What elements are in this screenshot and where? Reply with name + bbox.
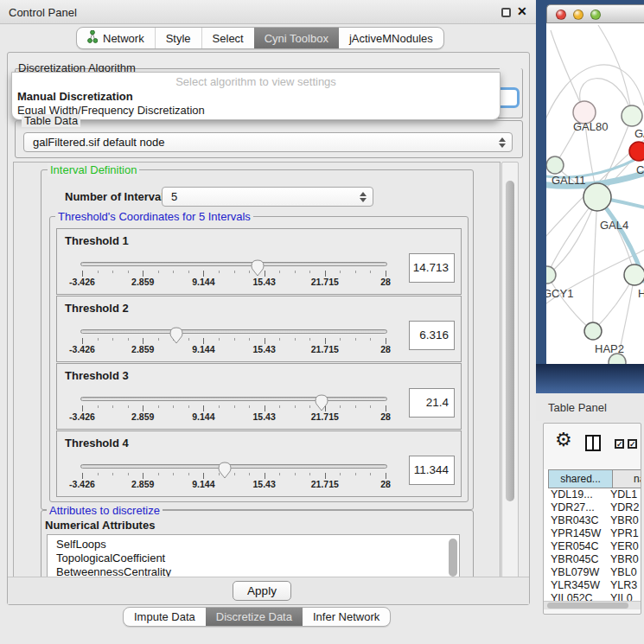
- slider-thumb-icon[interactable]: [218, 462, 232, 479]
- checkbox-icon[interactable]: ✓: [615, 439, 624, 449]
- slider-track[interactable]: [80, 329, 387, 334]
- table-row[interactable]: YER054CYER0: [544, 540, 641, 553]
- numerical-attributes-list[interactable]: SelfLoopsTopologicalCoefficientBetweenne…: [47, 534, 460, 578]
- table-data-combobox[interactable]: galFiltered.sif default node: [23, 132, 513, 152]
- float-window-icon[interactable]: [501, 8, 511, 17]
- table-row[interactable]: YPR145WYPR1: [544, 527, 641, 540]
- slider-thumb-icon[interactable]: [251, 259, 265, 277]
- slider-track[interactable]: [80, 262, 387, 266]
- threshold-row: Threshold 3 -3.4262.8599.14415.4321.7152…: [56, 363, 462, 430]
- network-node-label: HAP2: [595, 342, 624, 355]
- combo-stepper-icon: [360, 192, 367, 202]
- network-node-label: H: [638, 287, 644, 300]
- network-node-label: GCY1: [546, 287, 573, 300]
- network-node[interactable]: [624, 265, 644, 285]
- attributes-list-scrollbar[interactable]: [449, 539, 457, 577]
- threshold-label: Threshold 2: [65, 302, 129, 315]
- network-node[interactable]: [629, 142, 644, 161]
- thresholds-container: Threshold 1 -3.4262.8599.14415.4321.7152…: [49, 216, 469, 502]
- table-row[interactable]: YBR043CYBR0: [544, 514, 641, 527]
- slider-thumb-icon[interactable]: [315, 394, 328, 411]
- threshold-row: Threshold 1 -3.4262.8599.14415.4321.7152…: [56, 228, 462, 295]
- network-node[interactable]: [583, 183, 611, 211]
- table-row[interactable]: YDR27...YDR2: [544, 501, 641, 514]
- network-node[interactable]: [584, 322, 602, 340]
- network-icon: [87, 30, 98, 46]
- table-row[interactable]: YBR045CYBR0: [544, 553, 641, 566]
- number-of-intervals-combobox[interactable]: 5: [162, 187, 373, 207]
- threshold-label: Threshold 3: [65, 369, 129, 382]
- tab-impute-data[interactable]: Impute Data: [124, 608, 206, 626]
- threshold-slider[interactable]: -3.4262.8599.14415.4321.71528: [80, 322, 387, 359]
- scrollbar-thumb[interactable]: [547, 603, 628, 609]
- algorithm-dropdown-popup: Select algorithm to view settings Manual…: [11, 72, 501, 120]
- threshold-slider[interactable]: -3.4262.8599.14415.4321.71528: [80, 390, 387, 426]
- threshold-slider[interactable]: -3.4262.8599.14415.4321.71528: [80, 255, 387, 291]
- slider-track[interactable]: [80, 397, 387, 401]
- tab-jactivemnodules[interactable]: jActiveMNodules: [339, 28, 443, 48]
- network-node[interactable]: [622, 105, 642, 126]
- settings-scroll-area: Interval Definition Number of Intervals …: [13, 162, 501, 578]
- attributes-group-label: Attributes to discretize: [47, 504, 163, 517]
- tab-network[interactable]: Network: [77, 28, 155, 48]
- close-icon[interactable]: ✕: [517, 4, 527, 18]
- column-header-shared-name[interactable]: shared...: [548, 469, 613, 488]
- network-view-frame: GAL80GACGAL11GAL4GCY1HHAP2: [536, 0, 644, 393]
- table-panel: ⚙ ✓ ✓ shared... na YDL19...YDL1YDR27...Y…: [543, 423, 641, 615]
- table-panel-title: Table Panel: [548, 401, 607, 414]
- gear-icon[interactable]: ⚙: [555, 430, 572, 450]
- threshold-label: Threshold 4: [65, 437, 129, 450]
- table-panel-header: Table Panel: [536, 393, 644, 421]
- network-node-label: GAL11: [552, 174, 586, 187]
- table-rows: YDL19...YDL1YDR27...YDR2YBR043CYBR0YPR14…: [544, 488, 641, 601]
- split-view-icon[interactable]: [585, 435, 601, 451]
- attribute-list-item[interactable]: TopologicalCoefficient: [56, 552, 459, 565]
- cyni-toolbox-panel: Discretization Algorithm Select algorith…: [7, 52, 530, 605]
- slider-thumb-icon[interactable]: [169, 327, 183, 344]
- network-node-label: GAL4: [600, 219, 628, 232]
- tab-discretize-data[interactable]: Discretize Data: [206, 608, 303, 626]
- tab-cyni-toolbox[interactable]: Cyni Toolbox: [254, 28, 339, 48]
- threshold-slider[interactable]: -3.4262.8599.14415.4321.71528: [80, 457, 387, 494]
- zoom-traffic-light-icon[interactable]: [590, 10, 601, 20]
- table-row[interactable]: YIL052CYIL0: [544, 592, 641, 601]
- settings-vertical-scrollbar[interactable]: [501, 162, 519, 578]
- network-node-label: GAL80: [573, 120, 608, 133]
- minimize-traffic-light-icon[interactable]: [573, 10, 583, 20]
- top-tab-bar: Network Style Select Cyni Toolbox jActiv…: [76, 27, 444, 49]
- table-row[interactable]: YBL079WYBL0: [544, 566, 641, 579]
- table-column-headers: shared... na: [544, 469, 641, 488]
- attribute-list-item[interactable]: SelfLoops: [56, 538, 459, 552]
- network-node-label: GA: [634, 127, 644, 140]
- table-toolbar: ⚙ ✓ ✓: [544, 424, 641, 469]
- network-canvas[interactable]: GAL80GACGAL11GAL4GCY1HHAP2: [546, 23, 644, 364]
- close-traffic-light-icon[interactable]: [556, 10, 566, 20]
- tab-style[interactable]: Style: [155, 28, 201, 48]
- apply-button[interactable]: Apply: [233, 581, 291, 601]
- threshold-label: Threshold 1: [65, 234, 129, 247]
- threshold-row: Threshold 4 -3.4262.8599.14415.4321.7152…: [56, 430, 462, 497]
- threshold-value-field[interactable]: 21.4: [409, 388, 455, 418]
- network-node[interactable]: [546, 156, 564, 174]
- scrollbar-thumb[interactable]: [506, 181, 514, 501]
- slider-track[interactable]: [80, 464, 387, 469]
- threshold-value-field[interactable]: 14.713: [409, 253, 455, 283]
- network-window-titlebar[interactable]: [546, 4, 644, 23]
- table-row[interactable]: YLR345WYLR3: [544, 579, 641, 592]
- column-header-name[interactable]: na: [613, 469, 641, 488]
- threshold-value-field[interactable]: 11.344: [409, 456, 455, 485]
- panel-title: Control Panel: [9, 6, 77, 19]
- threshold-row: Threshold 2 -3.4262.8599.14415.4321.7152…: [56, 296, 462, 362]
- number-of-intervals-label: Number of Intervals: [65, 190, 170, 203]
- algorithm-option-manual[interactable]: Manual Discretization: [17, 90, 133, 103]
- tab-infer-network[interactable]: Infer Network: [303, 608, 390, 626]
- control-panel-titlebar: Control Panel ✕: [0, 0, 536, 24]
- combo-stepper-icon: [499, 137, 506, 148]
- table-horizontal-scrollbar[interactable]: [544, 601, 641, 609]
- threshold-value-field[interactable]: 6.316: [409, 321, 455, 350]
- checkbox-icon[interactable]: ✓: [628, 439, 637, 449]
- tab-select[interactable]: Select: [201, 28, 254, 48]
- bottom-tab-bar: Impute Data Discretize Data Infer Networ…: [123, 607, 391, 627]
- network-node-label: C: [636, 163, 644, 176]
- table-row[interactable]: YDL19...YDL1: [544, 488, 641, 501]
